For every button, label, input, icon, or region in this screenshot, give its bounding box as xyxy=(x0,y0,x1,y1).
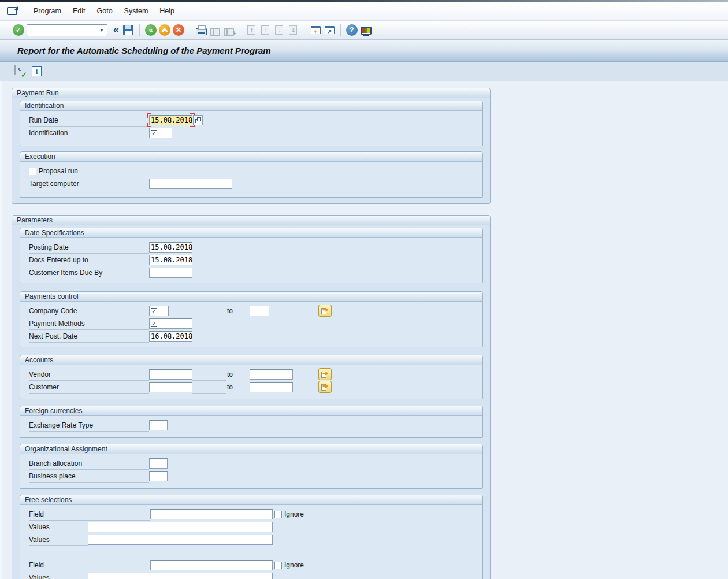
docs-entered-input[interactable]: 15.08.2018 xyxy=(149,255,192,265)
enter-button[interactable]: ✓ xyxy=(12,23,25,38)
multiple-selection-button[interactable]: ➔ xyxy=(318,381,332,393)
field-row: Branch allocation xyxy=(29,457,482,470)
business-place-label: Business place xyxy=(29,470,149,482)
value-help-button[interactable] xyxy=(193,115,203,125)
company-code-input[interactable] xyxy=(149,306,169,316)
target-computer-input[interactable] xyxy=(149,179,232,189)
field-row: Field Ignore xyxy=(29,559,482,571)
posting-date-input[interactable]: 15.08.2018 xyxy=(149,242,192,253)
free-field1-input[interactable] xyxy=(150,509,273,519)
system-menu-icon[interactable] xyxy=(7,7,17,15)
menu-help[interactable]: Help xyxy=(154,5,180,17)
field-row: Values xyxy=(29,571,482,579)
page-title: Report for the Automatic Scheduling of t… xyxy=(17,46,271,55)
menu-bar: Program Edit Goto System Help xyxy=(0,2,728,21)
customer-items-input[interactable] xyxy=(149,268,192,278)
values2-input[interactable] xyxy=(88,573,273,579)
toolbar-separator xyxy=(304,24,304,36)
menu-program[interactable]: Program xyxy=(28,5,67,17)
group-header: Execution xyxy=(20,152,482,162)
exit-icon xyxy=(159,24,170,36)
group-payment-run: Payment Run Identification Run Date 15.0… xyxy=(12,88,491,204)
exchange-rate-type-label: Exchange Rate Type xyxy=(29,419,149,432)
back-button[interactable]: « xyxy=(144,23,158,38)
toolbar-separator xyxy=(340,24,341,36)
next-page-button[interactable]: ↓ xyxy=(272,23,286,38)
vendor-to-input[interactable] xyxy=(250,369,293,380)
command-field[interactable]: ▼ xyxy=(27,24,107,36)
field-row: Company Code to ➔ xyxy=(29,305,482,317)
multiple-selection-button[interactable]: ➔ xyxy=(318,368,332,380)
customer-to-input[interactable] xyxy=(250,382,293,392)
exchange-rate-type-input[interactable] xyxy=(149,420,168,430)
group-header: Foreign currencies xyxy=(20,406,482,416)
vendor-input[interactable] xyxy=(149,369,192,380)
find-next-button[interactable]: + xyxy=(222,23,236,38)
create-shortcut-icon: ↗ xyxy=(325,26,335,34)
title-bar: Report for the Automatic Scheduling of t… xyxy=(0,40,728,62)
collapse-command-icon[interactable]: « xyxy=(113,24,121,37)
customize-layout-button[interactable] xyxy=(359,23,373,38)
branch-allocation-input[interactable] xyxy=(149,458,168,469)
new-session-button[interactable]: ✶ xyxy=(309,23,322,38)
enter-check-icon: ✓ xyxy=(13,24,24,36)
create-shortcut-button[interactable]: ↗ xyxy=(322,23,336,38)
group-parameters: Parameters Date Specifications Posting D… xyxy=(12,215,491,579)
proposal-run-label: Proposal run xyxy=(39,167,78,175)
business-place-input[interactable] xyxy=(149,471,168,481)
last-page-icon: ⇓ xyxy=(289,25,297,35)
save-icon xyxy=(123,25,133,35)
group-header: Date Specifications xyxy=(20,228,482,238)
values1b-input[interactable] xyxy=(88,535,273,545)
company-code-to-input[interactable] xyxy=(250,306,269,316)
group-header: Accounts xyxy=(20,355,482,365)
group-date-specifications: Date Specifications Posting Date 15.08.2… xyxy=(20,228,483,283)
next-page-icon: ↓ xyxy=(275,25,283,35)
required-icon xyxy=(151,308,157,314)
ignore1-label: Ignore xyxy=(284,510,304,518)
group-identification: Identification Run Date 15.08.2018 Ident… xyxy=(20,101,483,146)
info-button[interactable]: i xyxy=(32,66,42,76)
field-row: Values xyxy=(29,521,482,533)
field-row: Payment Methods xyxy=(29,317,482,330)
payment-methods-input[interactable] xyxy=(149,318,192,329)
field-row: Field Ignore xyxy=(29,508,482,521)
find-button[interactable] xyxy=(208,23,222,38)
menu-edit[interactable]: Edit xyxy=(67,5,91,17)
values1a-input[interactable] xyxy=(88,522,273,532)
next-post-date-input[interactable]: 16.08.2018 xyxy=(149,331,192,342)
ignore1-checkbox[interactable] xyxy=(274,511,282,518)
vendor-label: Vendor xyxy=(29,368,149,381)
last-page-button[interactable]: ⇓ xyxy=(286,23,300,38)
selection-screen: Payment Run Identification Run Date 15.0… xyxy=(0,81,728,579)
print-button[interactable] xyxy=(194,23,208,38)
ignore2-checkbox[interactable] xyxy=(274,562,282,569)
exit-button[interactable] xyxy=(158,23,172,38)
group-header: Organizational Assignment xyxy=(20,444,482,454)
docs-entered-label: Docs Entered up to xyxy=(29,254,149,266)
save-button[interactable] xyxy=(121,23,135,38)
group-accounts: Accounts Vendor to ➔ Customer to ➔ xyxy=(20,355,483,399)
identification-input[interactable] xyxy=(149,128,172,138)
multiple-selection-button[interactable]: ➔ xyxy=(318,305,332,317)
previous-page-button[interactable]: ↑ xyxy=(258,23,272,38)
posting-date-label: Posting Date xyxy=(29,241,149,254)
customer-input[interactable] xyxy=(149,382,192,392)
execute-button[interactable]: ✓ xyxy=(14,66,25,77)
group-header: Free selections xyxy=(20,495,482,505)
proposal-run-checkbox[interactable] xyxy=(29,168,36,175)
free-field2-input[interactable] xyxy=(150,560,273,570)
cancel-button[interactable]: ✕ xyxy=(172,23,185,38)
group-header: Payment Run xyxy=(12,88,490,98)
customer-items-label: Customer Items Due By xyxy=(29,266,149,279)
back-icon: « xyxy=(145,24,157,36)
menu-system[interactable]: System xyxy=(118,5,154,17)
toolbar-separator xyxy=(190,24,190,36)
first-page-button[interactable]: ⇑ xyxy=(244,23,258,38)
row-gap xyxy=(29,546,482,559)
field-row: Target computer xyxy=(29,177,482,190)
help-button[interactable]: ? xyxy=(345,23,359,38)
run-date-input[interactable]: 15.08.2018 xyxy=(149,115,192,125)
chevron-down-icon[interactable]: ▼ xyxy=(96,25,107,36)
menu-goto[interactable]: Goto xyxy=(91,5,118,17)
